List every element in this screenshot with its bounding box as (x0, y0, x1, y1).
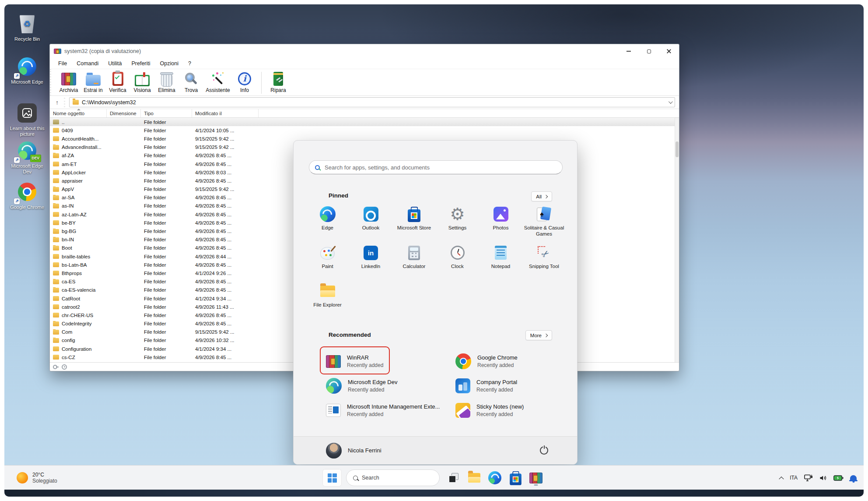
file-name: braille-tables (62, 254, 90, 259)
toolbar-ripara-button[interactable]: Ripara (266, 71, 290, 93)
notifications-bell-icon[interactable] (850, 475, 857, 481)
company-portal-icon (455, 378, 470, 393)
desktop-icon-microsoft-edge[interactable]: Microsoft Edge (7, 55, 47, 85)
toolbar-elimina-button[interactable]: Elimina (154, 71, 179, 93)
desktop-icon-label: Recycle Bin (7, 36, 47, 42)
volume-icon[interactable] (819, 475, 827, 481)
toolbar-trova-button[interactable]: Trova (179, 71, 203, 93)
pinned-app-file-explorer[interactable]: File Explorer (306, 279, 349, 317)
folder-icon (53, 212, 59, 217)
file-type: File folder (141, 145, 192, 150)
menu-help[interactable]: ? (183, 60, 196, 67)
pinned-app-calculator[interactable]: Calculator (392, 240, 436, 278)
toolbar-archivia-button[interactable]: Archivia (56, 71, 81, 93)
up-directory-button[interactable]: ↑ (54, 98, 65, 107)
avatar[interactable] (326, 443, 342, 459)
pinned-apps-grid: Edge Outlook Microsoft Store ⚙ Settings … (306, 202, 566, 317)
file-type: File folder (141, 346, 192, 352)
folder-icon (53, 254, 59, 259)
folder-icon (53, 136, 59, 141)
search-input[interactable] (324, 164, 556, 171)
menu-file[interactable]: File (53, 60, 72, 67)
toolbar-assistente-button[interactable]: Assistente (203, 71, 232, 93)
toolbar-label: Info (240, 87, 249, 93)
folder-icon (53, 229, 59, 234)
maximize-button[interactable] (639, 44, 659, 58)
close-button[interactable] (659, 44, 679, 58)
scrollbar-thumb[interactable] (676, 141, 679, 157)
desktop-icon-label: Google Chrome (7, 205, 47, 210)
desktop-icon-google-chrome[interactable]: Google Chrome (7, 180, 47, 210)
pinned-all-button[interactable]: All (531, 191, 552, 201)
winrar-titlebar[interactable]: system32 (copia di valutazione) (50, 44, 679, 58)
paint-palette-icon (320, 247, 335, 260)
taskbar-winrar-button[interactable] (526, 469, 546, 487)
pinned-app-microsoft-store[interactable]: Microsoft Store (392, 202, 436, 240)
vertical-scrollbar[interactable] (675, 118, 679, 362)
pinned-app-linkedin[interactable]: in LinkedIn (349, 240, 392, 278)
recommended-item-winrar[interactable]: WinRAR Recently added (326, 350, 383, 373)
network-icon[interactable] (804, 474, 813, 482)
pinned-app-photos[interactable]: Photos (479, 202, 522, 240)
recommended-more-button[interactable]: More (525, 330, 552, 340)
pinned-app-settings[interactable]: ⚙ Settings (436, 202, 479, 240)
desktop-icon-edge-dev[interactable]: DEV Microsoft Edge Dev (7, 139, 47, 175)
battery-icon[interactable] (833, 475, 844, 481)
recommended-item-google-chrome[interactable]: Google Chrome Recently added (455, 350, 518, 373)
screenshot-frame: Recycle Bin Microsoft Edge Learn about t… (0, 0, 868, 501)
recommended-item-sticky-notes[interactable]: Sticky Notes (new) Recently added (455, 399, 524, 422)
table-row[interactable]: .. File folder (50, 118, 679, 126)
pinned-section-title: Pinned (329, 192, 348, 199)
taskbar-file-explorer-button[interactable] (465, 469, 484, 487)
chevron-down-icon[interactable] (668, 99, 673, 104)
start-button[interactable] (322, 469, 342, 487)
task-view-button[interactable] (444, 469, 463, 487)
menu-opzioni[interactable]: Opzioni (155, 60, 183, 67)
pinned-app-notepad[interactable]: Notepad (479, 240, 522, 278)
recommended-item-edge-dev[interactable]: Microsoft Edge Dev Recently added (326, 374, 397, 397)
file-type: File folder (141, 287, 192, 293)
toolbar-estrai-button[interactable]: Estrai in (81, 71, 105, 93)
column-header-type[interactable]: Tipo (141, 109, 192, 117)
power-button-icon[interactable] (540, 446, 548, 455)
pinned-app-snipping-tool[interactable]: Snipping Tool (522, 240, 566, 278)
desktop: Recycle Bin Microsoft Edge Learn about t… (4, 4, 864, 497)
toolbar-visiona-button[interactable]: Visiona (130, 71, 154, 93)
solitaire-cards-icon (537, 208, 547, 221)
pinned-app-edge[interactable]: Edge (306, 202, 349, 240)
folder-icon (53, 220, 59, 225)
key-icon (53, 364, 59, 370)
column-header-modified[interactable]: Modificato il (192, 109, 259, 117)
desktop-icon-recycle-bin[interactable]: Recycle Bin (7, 12, 47, 42)
file-modified: 4/9/2026 8:45 ... (192, 287, 269, 293)
recommended-item-intune-extension[interactable]: Microsoft Intune Management Exte... Rece… (326, 399, 440, 422)
taskbar-weather-widget[interactable]: 20°C Soleggiato (14, 469, 60, 487)
winrar-addressbar: ↑ C:\Windows\system32 (50, 96, 679, 109)
pinned-app-paint[interactable]: Paint (306, 240, 349, 278)
recommended-item-company-portal[interactable]: Company Portal Recently added (455, 374, 517, 397)
desktop-icon-learn-about-picture[interactable]: Learn about this picture (7, 102, 47, 137)
pinned-app-outlook[interactable]: Outlook (349, 202, 392, 240)
toolbar-verifica-button[interactable]: Verifica (105, 71, 130, 93)
language-indicator[interactable]: ITA (790, 475, 798, 481)
taskbar-edge-button[interactable] (485, 469, 504, 487)
menu-comandi[interactable]: Comandi (72, 60, 103, 67)
toolbar-info-button[interactable]: Info (232, 71, 257, 93)
taskbar-store-button[interactable] (506, 469, 525, 487)
menu-utilita[interactable]: Utilità (103, 60, 126, 67)
tray-chevron-up-icon[interactable] (779, 476, 784, 481)
file-type: File folder (141, 212, 192, 217)
table-row[interactable]: 0409 File folder 4/1/2024 10:05 ... (50, 126, 679, 134)
taskbar-search-box[interactable]: Search (346, 469, 440, 486)
user-name[interactable]: Nicola Ferrini (348, 447, 382, 454)
folder-icon (53, 204, 59, 208)
start-search-box[interactable] (309, 160, 563, 174)
menu-preferiti[interactable]: Preferiti (126, 60, 155, 67)
column-header-size[interactable]: Dimensione (107, 109, 141, 117)
pinned-app-clock[interactable]: Clock (436, 240, 479, 278)
address-combobox[interactable]: C:\Windows\system32 (69, 97, 675, 107)
file-name: bn-IN (62, 237, 74, 242)
system-tray: ITA (780, 469, 857, 487)
pinned-app-solitaire[interactable]: Solitaire & Casual Games (522, 202, 566, 240)
minimize-button[interactable] (619, 44, 639, 58)
